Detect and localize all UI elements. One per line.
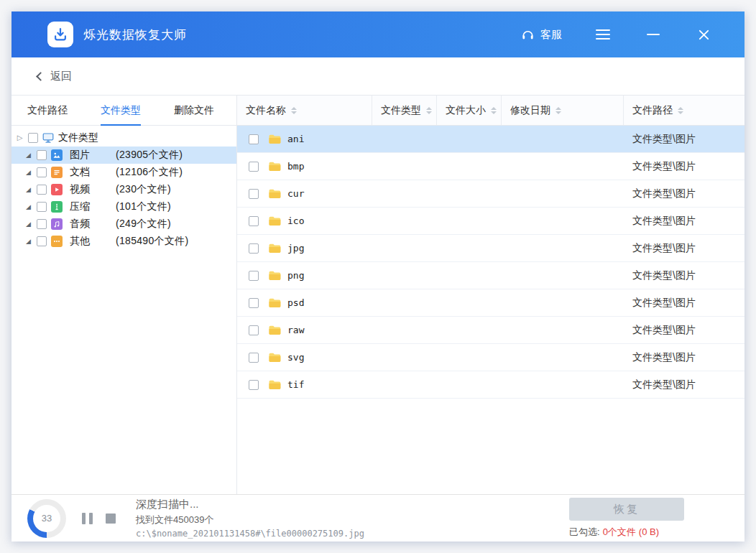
file-name: bmp bbox=[287, 161, 304, 172]
app-window: 烁光数据恢复大师 客服 返回 bbox=[11, 11, 745, 542]
expand-expanded-icon[interactable]: ◢ bbox=[24, 152, 32, 159]
headset-icon bbox=[521, 28, 535, 42]
sidebar: 文件路径 文件类型 删除文件 ▷ 文件类型 ◢ bbox=[11, 96, 237, 494]
file-type-tree: ▷ 文件类型 ◢ 图片 (23905个文件) bbox=[11, 126, 236, 250]
row-checkbox[interactable] bbox=[249, 189, 259, 199]
expand-expanded-icon[interactable]: ◢ bbox=[24, 169, 32, 176]
table-row[interactable]: cur 文件类型\图片 bbox=[237, 180, 745, 208]
file-path: 文件类型\图片 bbox=[632, 297, 696, 310]
sidebar-tabs: 文件路径 文件类型 删除文件 bbox=[11, 96, 236, 126]
column-header-size[interactable]: 文件大小 bbox=[437, 96, 502, 125]
tree-item-checkbox[interactable] bbox=[37, 219, 47, 229]
sort-icon bbox=[426, 107, 432, 114]
scan-status-text: 深度扫描中... bbox=[136, 498, 364, 511]
row-checkbox[interactable] bbox=[249, 216, 259, 226]
image-icon bbox=[51, 149, 63, 161]
tree-item-others[interactable]: ◢ 其他 (185490个文件) bbox=[11, 233, 236, 250]
table-row[interactable]: bmp 文件类型\图片 bbox=[237, 153, 745, 180]
tree-root[interactable]: ▷ 文件类型 bbox=[11, 129, 236, 147]
files-found-text: 找到文件450039个 bbox=[136, 514, 364, 526]
pause-button[interactable] bbox=[82, 513, 93, 524]
close-button[interactable] bbox=[694, 25, 713, 44]
table-row[interactable]: ico 文件类型\图片 bbox=[237, 208, 745, 235]
expand-expanded-icon[interactable]: ◢ bbox=[24, 238, 32, 245]
tree-root-checkbox[interactable] bbox=[28, 133, 38, 143]
tree-item-audio[interactable]: ◢ 音频 (249个文件) bbox=[11, 215, 236, 233]
tree-item-count: (230个文件) bbox=[116, 183, 171, 196]
row-checkbox[interactable] bbox=[249, 325, 259, 335]
other-icon bbox=[51, 236, 63, 247]
computer-icon bbox=[42, 132, 54, 144]
tree-item-checkbox[interactable] bbox=[37, 150, 47, 160]
tree-item-archives[interactable]: ◢ 压缩 (101个文件) bbox=[11, 198, 236, 215]
file-name: jpg bbox=[287, 243, 304, 254]
tree-item-videos[interactable]: ◢ 视频 (230个文件) bbox=[11, 181, 236, 198]
table-row[interactable]: raw 文件类型\图片 bbox=[237, 317, 745, 344]
column-header-name[interactable]: 文件名称 bbox=[237, 96, 372, 125]
current-file-path: c:\$noname_202101131458#\file00000275109… bbox=[136, 529, 364, 539]
file-name: png bbox=[287, 270, 304, 281]
row-checkbox[interactable] bbox=[249, 243, 259, 254]
tree-root-label: 文件类型 bbox=[58, 131, 98, 144]
selected-count: 0个文件 bbox=[603, 526, 636, 537]
tree-item-checkbox[interactable] bbox=[37, 167, 47, 177]
tree-item-checkbox[interactable] bbox=[37, 185, 47, 195]
folder-icon bbox=[268, 134, 281, 144]
tree-item-label: 文档 bbox=[70, 166, 111, 179]
sort-icon bbox=[291, 107, 297, 114]
tab-file-path[interactable]: 文件路径 bbox=[27, 96, 68, 125]
folder-icon bbox=[268, 297, 281, 308]
column-header-path[interactable]: 文件路径 bbox=[624, 96, 745, 125]
expand-expanded-icon[interactable]: ◢ bbox=[24, 187, 32, 193]
menu-button[interactable] bbox=[594, 25, 612, 44]
row-checkbox[interactable] bbox=[249, 380, 259, 390]
sort-icon bbox=[491, 107, 497, 114]
file-path: 文件类型\图片 bbox=[632, 269, 696, 282]
tree-item-count: (101个文件) bbox=[116, 200, 171, 213]
table-row[interactable]: jpg 文件类型\图片 bbox=[237, 235, 745, 262]
file-path: 文件类型\图片 bbox=[632, 187, 696, 200]
table-row[interactable]: psd 文件类型\图片 bbox=[237, 289, 745, 317]
file-path: 文件类型\图片 bbox=[632, 378, 696, 391]
tree-item-documents[interactable]: ◢ 文档 (12106个文件) bbox=[11, 164, 236, 181]
row-checkbox[interactable] bbox=[249, 353, 259, 363]
expand-collapsed-icon[interactable]: ▷ bbox=[16, 134, 24, 141]
column-header-type[interactable]: 文件类型 bbox=[372, 96, 437, 125]
row-checkbox[interactable] bbox=[249, 271, 259, 281]
scan-progress-percent: 33 bbox=[33, 505, 60, 532]
back-bar: 返回 bbox=[11, 57, 745, 96]
archive-icon bbox=[51, 201, 63, 213]
support-label: 客服 bbox=[540, 28, 562, 42]
back-button[interactable]: 返回 bbox=[37, 70, 72, 83]
column-header-date[interactable]: 修改日期 bbox=[502, 96, 624, 125]
row-checkbox[interactable] bbox=[249, 298, 259, 308]
tree-item-checkbox[interactable] bbox=[37, 236, 47, 246]
back-label: 返回 bbox=[50, 70, 72, 83]
minimize-button[interactable] bbox=[644, 25, 663, 44]
support-button[interactable]: 客服 bbox=[521, 28, 562, 42]
row-checkbox[interactable] bbox=[249, 134, 259, 144]
table-row[interactable]: ani 文件类型\图片 bbox=[237, 126, 745, 153]
content: 文件路径 文件类型 删除文件 ▷ 文件类型 ◢ bbox=[11, 96, 745, 494]
file-table: 文件名称 文件类型 文件大小 修改日期 文件路径 bbox=[237, 96, 745, 494]
stop-button[interactable] bbox=[106, 514, 116, 524]
selected-size: (0 B) bbox=[639, 526, 659, 537]
file-path: 文件类型\图片 bbox=[632, 215, 696, 228]
tree-item-label: 图片 bbox=[70, 149, 111, 162]
tab-file-type[interactable]: 文件类型 bbox=[101, 96, 141, 125]
recover-button[interactable]: 恢复 bbox=[569, 498, 684, 521]
audio-icon bbox=[51, 218, 63, 230]
tab-deleted-files[interactable]: 删除文件 bbox=[174, 96, 214, 125]
row-checkbox[interactable] bbox=[249, 162, 259, 172]
tree-item-checkbox[interactable] bbox=[37, 202, 47, 212]
expand-expanded-icon[interactable]: ◢ bbox=[24, 204, 32, 210]
expand-expanded-icon[interactable]: ◢ bbox=[24, 221, 32, 228]
table-row[interactable]: svg 文件类型\图片 bbox=[237, 344, 745, 371]
file-name: raw bbox=[287, 325, 304, 335]
table-row[interactable]: png 文件类型\图片 bbox=[237, 262, 745, 289]
file-path: 文件类型\图片 bbox=[632, 133, 696, 146]
folder-icon bbox=[268, 161, 281, 172]
tree-item-count: (12106个文件) bbox=[116, 166, 183, 179]
tree-item-images[interactable]: ◢ 图片 (23905个文件) bbox=[11, 147, 236, 164]
table-row[interactable]: tif 文件类型\图片 bbox=[237, 371, 745, 399]
